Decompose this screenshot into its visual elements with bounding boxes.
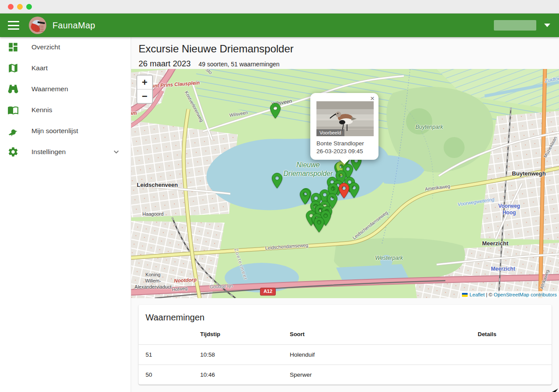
excursion-date: 26 maart 2023 [139, 59, 191, 69]
mouse-cursor [551, 387, 558, 392]
map-marker-green[interactable] [314, 217, 325, 233]
traffic-light-zoom[interactable] [26, 4, 32, 10]
dashboard-icon [7, 41, 19, 53]
ukraine-flag-icon [462, 293, 468, 297]
sidebar-item-label: Instellingen [31, 148, 66, 156]
gear-icon [7, 146, 19, 158]
map-zoom-control: + − [136, 75, 153, 104]
table-cell: 10:58 [200, 345, 290, 365]
map-marker-green[interactable] [300, 189, 311, 205]
account-name-redacted[interactable] [494, 20, 536, 31]
table-row[interactable]: 5110:58Holenduif [139, 345, 552, 365]
table-cell: Sperwer [290, 365, 478, 385]
map-marker-green[interactable] [270, 103, 281, 119]
map-attribution: Leaflet | © OpenStreetMap contributors [460, 291, 559, 298]
observations-tbody: 5110:58Holenduif5010:46Sperwer [139, 345, 552, 385]
binoculars-icon [7, 83, 19, 95]
popup-photo[interactable]: Voorbeeld [316, 101, 374, 136]
table-cell: 51 [139, 345, 200, 365]
column-header-nr [139, 323, 200, 345]
map-marker-red[interactable] [339, 182, 350, 199]
column-header-tijdstip: Tijdstip [200, 323, 290, 345]
leaflet-link[interactable]: Leaflet [469, 292, 485, 297]
hamburger-menu-icon[interactable] [8, 21, 19, 30]
traffic-light-close[interactable] [8, 4, 14, 10]
map[interactable]: oppunt Prins ClauspleinamStoKostverloren… [131, 69, 559, 298]
sidebar-item-kaart[interactable]: Kaart [0, 58, 131, 79]
sidebar-item-instellingen[interactable]: Instellingen [0, 141, 131, 162]
column-header-details: Details [478, 323, 552, 345]
table-cell: 50 [139, 365, 200, 385]
window-titlebar [0, 0, 559, 14]
map-popup: × [310, 93, 378, 160]
sidebar-item-overzicht[interactable]: Overzicht [0, 37, 131, 58]
zoom-out-button[interactable]: − [137, 89, 152, 103]
popup-photo-label: Voorbeeld [316, 129, 344, 136]
popup-species: Bonte Strandloper [316, 140, 373, 147]
observations-table: Tijdstip Soort Details 5110:58Holenduif5… [139, 323, 552, 385]
app-logo [29, 17, 46, 34]
sidebar-item-kennis[interactable]: Kennis [0, 100, 131, 120]
bird-icon [7, 125, 19, 137]
app-header: FaunaMap [0, 14, 559, 37]
traffic-light-minimize[interactable] [17, 4, 23, 10]
zoom-in-button[interactable]: + [137, 76, 152, 89]
sidebar-item-waarnemen[interactable]: Waarnemen [0, 79, 131, 100]
map-marker-green[interactable] [272, 172, 283, 189]
app-title: FaunaMap [52, 21, 95, 31]
table-cell: 10:46 [200, 365, 290, 385]
column-header-soort: Soort [290, 323, 478, 345]
page-title: Excursie Nieuwe Driemanspolder [139, 43, 559, 55]
table-cell: Holenduif [290, 345, 478, 365]
sidebar-item-label: Kennis [31, 106, 52, 114]
table-cell [478, 365, 552, 385]
sidebar-item-label: Kaart [31, 64, 48, 72]
table-row[interactable]: 5010:46Sperwer [139, 365, 552, 385]
attribution-separator: | © [486, 292, 493, 297]
sidebar-item-label: Waarnemen [31, 85, 68, 93]
observations-card: Waarnemingen Tijdstip Soort Details 5110… [139, 305, 552, 385]
map-marker-green[interactable] [349, 182, 360, 198]
sidebar-item-mijn-soortenlijst[interactable]: Mijn soortenlijst [0, 120, 131, 141]
main-content: Excursie Nieuwe Driemanspolder 26 maart … [131, 37, 559, 392]
book-icon [7, 104, 19, 116]
account-dropdown-caret-icon[interactable] [544, 24, 550, 27]
excursion-stats: 49 soorten, 51 waarnemingen [198, 61, 279, 68]
map-icon [7, 62, 19, 74]
chevron-down-icon [111, 147, 121, 157]
osm-link[interactable]: OpenStreetMap contributors [494, 292, 557, 297]
sidebar: Overzicht Kaart Waarnemen Kennis Mijn so… [0, 37, 131, 392]
sidebar-item-label: Overzicht [31, 43, 60, 51]
table-cell [478, 345, 552, 365]
sidebar-item-label: Mijn soortenlijst [31, 127, 78, 135]
observations-title: Waarnemingen [139, 313, 552, 323]
popup-datetime: 26-03-2023 09:45 [316, 148, 373, 155]
